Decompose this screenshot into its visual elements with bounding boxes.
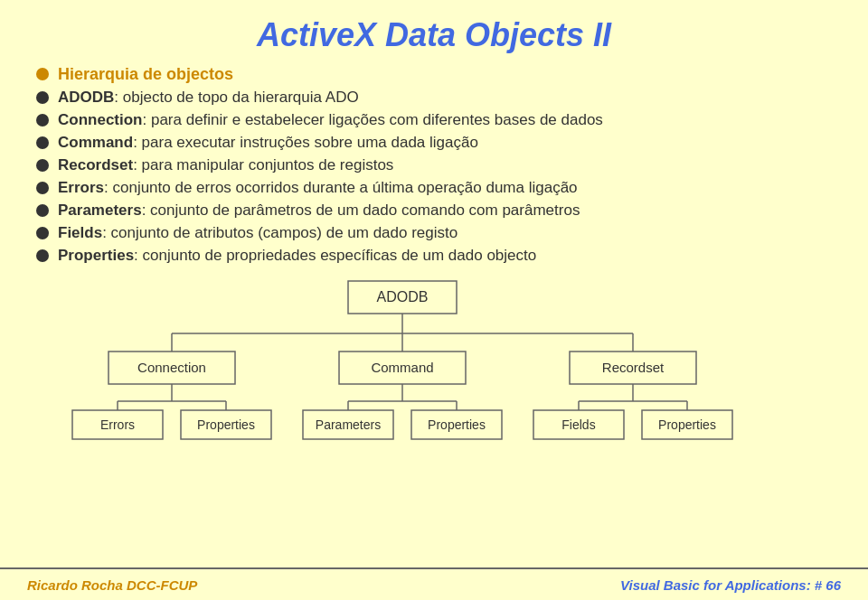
bullet-text: Recordset: para manipular conjuntos de r… (58, 156, 393, 174)
bullet-text: Connection: para definir e estabelecer l… (58, 111, 603, 129)
bullet-text: Fields: conjunto de atributos (campos) d… (58, 224, 458, 242)
footer-right: Visual Basic for Applications: # 66 (620, 577, 841, 593)
recordset-node: Recordset (602, 360, 665, 375)
command-node: Command (371, 360, 433, 375)
list-item: Connection: para definir e estabelecer l… (36, 111, 841, 129)
parameters-node: Parameters (316, 417, 381, 432)
adodb-node: ADODB (377, 289, 429, 305)
bullet-icon (36, 182, 49, 194)
fields-node: Fields (561, 417, 595, 432)
bullet-text: ADODB: objecto de topo da hierarquia ADO (58, 89, 359, 107)
section-heading: Hierarquia de objectos (36, 65, 841, 84)
bullet-icon (36, 91, 49, 104)
page-title: ActiveX Data Objects II (27, 16, 841, 54)
footer: Ricardo Rocha DCC-FCUP Visual Basic for … (0, 567, 868, 600)
bullet-icon (36, 227, 49, 239)
bullet-text: Properties: conjunto de propriedades esp… (58, 247, 536, 265)
diagram-svg: ADODB Connection Command Recordset (27, 279, 841, 483)
list-item: Parameters: conjunto de parâmetros de um… (36, 202, 841, 220)
connection-node: Connection (137, 360, 206, 375)
list-item: ADODB: objecto de topo da hierarquia ADO (36, 89, 841, 107)
list-item: Recordset: para manipular conjuntos de r… (36, 156, 841, 174)
section-heading-text: Hierarquia de objectos (58, 65, 233, 84)
list-item: Command: para executar instruções sobre … (36, 134, 841, 152)
props-command-node: Properties (428, 417, 486, 432)
list-item: Errors: conjunto de erros ocorridos dura… (36, 179, 841, 197)
bullet-icon (36, 136, 49, 149)
props-recordset-node: Properties (658, 417, 716, 432)
props-connection-node: Properties (197, 417, 255, 432)
bullet-icon (36, 114, 49, 127)
footer-left: Ricardo Rocha DCC-FCUP (27, 577, 197, 593)
page: ActiveX Data Objects II Hierarquia de ob… (0, 0, 868, 600)
bullet-section: Hierarquia de objectos ADODB: objecto de… (36, 65, 841, 265)
errors-node: Errors (100, 417, 135, 432)
list-item: Properties: conjunto de propriedades esp… (36, 247, 841, 265)
hierarchy-diagram: ADODB Connection Command Recordset (27, 279, 841, 487)
bullet-icon (36, 204, 49, 217)
heading-bullet (36, 68, 49, 80)
bullet-icon (36, 159, 49, 172)
bullet-text: Errors: conjunto de erros ocorridos dura… (58, 179, 578, 197)
list-item: Fields: conjunto de atributos (campos) d… (36, 224, 841, 242)
bullet-icon (36, 249, 49, 262)
bullet-text: Command: para executar instruções sobre … (58, 134, 478, 152)
bullet-text: Parameters: conjunto de parâmetros de um… (58, 202, 580, 220)
